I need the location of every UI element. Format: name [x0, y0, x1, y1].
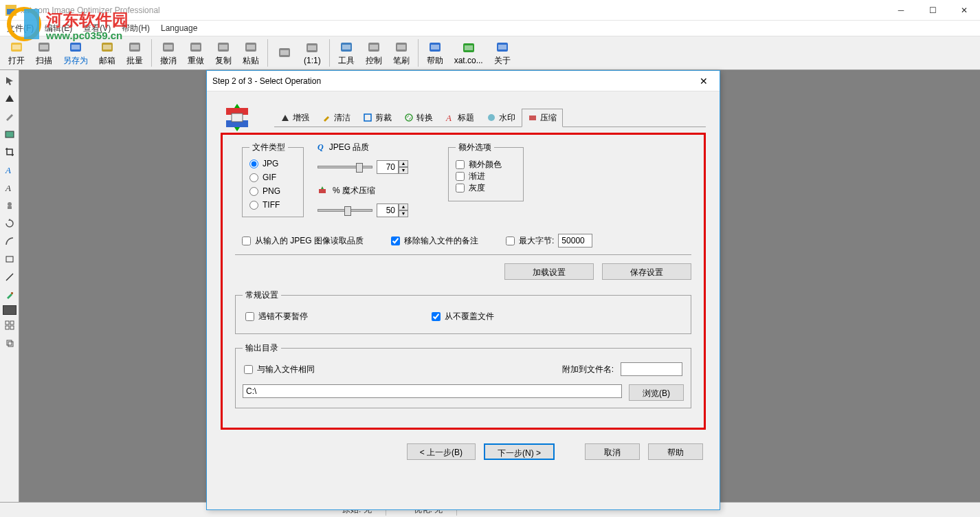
- magic-up[interactable]: ▲: [399, 204, 408, 210]
- svg-rect-9: [40, 45, 48, 50]
- dropper-tool-icon[interactable]: [2, 109, 17, 124]
- layers-tool-icon[interactable]: [2, 336, 17, 351]
- menu-view[interactable]: 查看(V): [79, 21, 115, 36]
- pointer-tool-icon[interactable]: [2, 73, 17, 88]
- back-button[interactable]: < 上一步(B): [407, 443, 476, 460]
- tab-1[interactable]: 清洁: [315, 109, 357, 126]
- toolbar-copy-button[interactable]: 复制: [210, 37, 237, 69]
- jpeg-quality-input[interactable]: [377, 160, 399, 174]
- svg-rect-45: [6, 256, 13, 262]
- window-title: xat.com Image Optimizer Professional: [21, 6, 160, 15]
- toolbar-brush-button[interactable]: 笔刷: [388, 37, 415, 69]
- menu-file[interactable]: 文件(F): [3, 21, 38, 36]
- svg-rect-52: [7, 340, 12, 345]
- toolbar-magic-button[interactable]: [271, 37, 298, 69]
- rotate-tool-icon[interactable]: [2, 216, 17, 231]
- tab-0[interactable]: 增强: [274, 109, 315, 126]
- close-button[interactable]: ✕: [948, 0, 980, 21]
- max-bytes-input[interactable]: [558, 234, 592, 248]
- dialog-close-button[interactable]: ✕: [693, 76, 714, 87]
- toolbar-open-button[interactable]: 打开: [3, 37, 30, 69]
- rect-tool-icon[interactable]: [2, 252, 17, 267]
- tab-2[interactable]: 剪裁: [357, 109, 398, 126]
- svg-rect-21: [219, 45, 227, 50]
- toolbar-paste-button[interactable]: 粘贴: [237, 37, 265, 69]
- toolbar-web-button[interactable]: xat.co...: [449, 37, 489, 69]
- output-dir-group: 输出目录 与输入文件相同 附加到文件名: 浏览(B): [235, 342, 691, 408]
- tab-6[interactable]: 压缩: [522, 109, 563, 127]
- toolbar-zoom-button[interactable]: (1:1): [298, 37, 326, 69]
- maximize-button[interactable]: ☐: [917, 0, 948, 21]
- grid-tool-icon[interactable]: [2, 318, 17, 333]
- tab-4[interactable]: A标题: [439, 109, 480, 126]
- line-tool-icon[interactable]: [2, 270, 17, 285]
- magic-input[interactable]: [377, 204, 399, 217]
- toolbar-control-button[interactable]: 控制: [360, 37, 388, 69]
- append-input[interactable]: [621, 362, 682, 376]
- text-tool-icon[interactable]: A: [2, 162, 17, 177]
- tab-5[interactable]: 水印: [480, 109, 522, 126]
- wizard-dialog: Step 2 of 3 - Select Operation ✕ 增强清洁剪裁转…: [206, 70, 720, 510]
- magic-down[interactable]: ▼: [399, 210, 408, 217]
- filetype-PNG-radio[interactable]: [249, 187, 258, 196]
- minimize-button[interactable]: ─: [885, 0, 917, 21]
- svg-rect-23: [247, 45, 255, 50]
- toolbar-undo-button[interactable]: 撤消: [155, 37, 182, 69]
- load-settings-button[interactable]: 加载设置: [504, 263, 594, 280]
- progressive-checkbox[interactable]: [456, 172, 465, 181]
- magic-slider[interactable]: [318, 209, 372, 212]
- max-bytes-checkbox[interactable]: [506, 236, 515, 245]
- svg-rect-62: [319, 189, 326, 193]
- toolbar-mail-button[interactable]: 邮箱: [93, 37, 121, 69]
- brush-tool-icon[interactable]: [2, 287, 17, 302]
- svg-rect-57: [364, 114, 371, 121]
- color-swatch[interactable]: [3, 305, 16, 315]
- toolbar-batch-button[interactable]: 批量: [121, 37, 148, 69]
- save-settings-button[interactable]: 保存设置: [602, 263, 691, 280]
- zoom-tool-icon[interactable]: [2, 91, 17, 106]
- toolbar-redo-button[interactable]: 重做: [182, 37, 210, 69]
- menu-edit[interactable]: 编辑(E): [41, 21, 76, 36]
- jpeg-q-down[interactable]: ▼: [399, 167, 408, 174]
- compress-logo-icon: [221, 104, 254, 131]
- general-legend: 常规设置: [243, 289, 281, 301]
- svg-rect-47: [11, 292, 13, 294]
- stamp-tool-icon[interactable]: [2, 198, 17, 213]
- svg-rect-40: [5, 131, 14, 138]
- jpeg-q-up[interactable]: ▲: [399, 160, 408, 167]
- menu-help[interactable]: 帮助(H): [118, 21, 154, 36]
- text2-tool-icon[interactable]: A: [2, 180, 17, 195]
- same-as-input-checkbox[interactable]: [244, 365, 253, 374]
- remove-comments-checkbox[interactable]: [391, 236, 400, 245]
- toolbar-saveas-button[interactable]: 另存为: [58, 37, 93, 69]
- extra-options-group: 额外选项 额外颜色 渐进 灰度: [448, 142, 524, 201]
- svg-rect-15: [131, 45, 139, 50]
- toolbar-about-button[interactable]: 关于: [489, 37, 516, 69]
- svg-rect-33: [397, 45, 405, 50]
- toolbar-scan-button[interactable]: 扫描: [30, 37, 58, 69]
- photo-tool-icon[interactable]: [2, 126, 17, 142]
- read-quality-checkbox[interactable]: [242, 236, 251, 245]
- toolbar-help-button[interactable]: 帮助: [421, 37, 449, 69]
- output-path-input[interactable]: [243, 384, 622, 398]
- filetype-GIF-radio[interactable]: [249, 173, 258, 182]
- browse-button[interactable]: 浏览(B): [629, 384, 684, 401]
- extra-color-checkbox[interactable]: [456, 160, 465, 169]
- tab-3[interactable]: 转换: [398, 109, 439, 126]
- no-pause-checkbox[interactable]: [245, 312, 254, 321]
- never-overwrite-checkbox[interactable]: [432, 312, 441, 321]
- grayscale-checkbox[interactable]: [456, 184, 465, 192]
- arc-tool-icon[interactable]: [2, 234, 17, 249]
- svg-rect-1: [7, 9, 15, 14]
- filetype-JPG-radio[interactable]: [249, 160, 258, 168]
- filetype-TIFF-radio[interactable]: [249, 201, 258, 210]
- crop-tool-icon[interactable]: [2, 144, 17, 160]
- jpeg-quality-slider[interactable]: [318, 166, 372, 168]
- jpeg-quality-label: JPEG 品质: [329, 142, 370, 153]
- next-button[interactable]: 下一步(N) >: [484, 443, 555, 460]
- toolbar-tools-button[interactable]: 工具: [333, 37, 360, 69]
- help-button[interactable]: 帮助: [648, 443, 703, 460]
- menu-language[interactable]: Language: [157, 22, 201, 34]
- canvas-area: Step 2 of 3 - Select Operation ✕ 增强清洁剪裁转…: [19, 70, 980, 502]
- cancel-button[interactable]: 取消: [585, 443, 640, 460]
